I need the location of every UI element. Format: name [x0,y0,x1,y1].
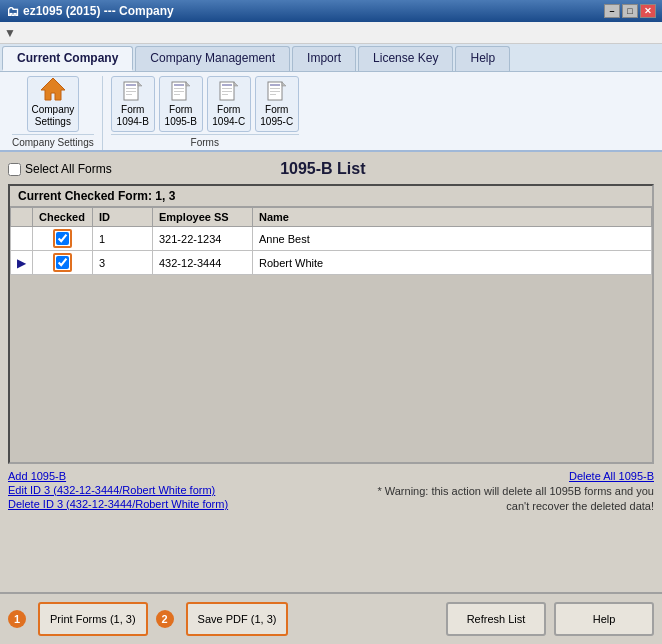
link-col-left-2: Edit ID 3 (432-12-3444/Robert White form… [8,484,228,510]
delete-all-link[interactable]: Delete All 1095-B [569,470,654,482]
svg-marker-24 [282,82,286,86]
svg-marker-0 [41,78,65,100]
edit-id3-link[interactable]: Edit ID 3 (432-12-3444/Robert White form… [8,484,228,496]
svg-marker-12 [186,82,190,86]
link-row-2: Edit ID 3 (432-12-3444/Robert White form… [8,484,654,515]
svg-rect-14 [222,84,232,86]
delete-id3-link[interactable]: Delete ID 3 (432-12-3444/Robert White fo… [8,498,228,510]
form-list-area: Current Checked Form: 1, 3 Checked ID Em… [8,184,654,464]
svg-rect-21 [270,88,280,89]
table-row[interactable]: ▶ 3 432-12-3444 Robert White [11,251,652,275]
tab-company-management[interactable]: Company Management [135,46,290,71]
house-icon [37,74,69,102]
bottom-links: Add 1095-B Delete All 1095-B Edit ID 3 (… [8,464,654,523]
list-title: 1095-B List [112,160,534,178]
form-1094b-button[interactable]: Form 1094-B [111,76,155,132]
svg-rect-16 [222,91,232,92]
svg-rect-15 [222,88,232,89]
link-row: Add 1095-B Delete All 1095-B [8,470,654,482]
badge-2: 2 [156,610,174,628]
warning-text: * Warning: this action will delete all 1… [374,484,654,515]
help-button[interactable]: Help [554,602,654,636]
refresh-list-button[interactable]: Refresh List [446,602,546,636]
forms-group-label: Forms [111,134,299,150]
link-col-right-2: * Warning: this action will delete all 1… [374,484,654,515]
company-settings-group: Company Settings Company Settings [4,76,103,150]
form-1095c-button[interactable]: Form 1095-C [255,76,299,132]
row-ss-2: 432-12-3444 [153,251,253,275]
svg-rect-20 [270,84,280,86]
svg-marker-6 [138,82,142,86]
company-settings-button[interactable]: Company Settings [27,76,79,132]
svg-rect-23 [270,94,276,95]
col-ss: Employee SS [153,208,253,227]
row-checked-2[interactable] [33,251,93,275]
svg-rect-17 [222,94,228,95]
app-icon: 🗂 [6,4,19,19]
title-text: ez1095 (2015) --- Company [23,4,174,18]
row-arrow-icon: ▶ [17,256,26,270]
svg-marker-18 [234,82,238,86]
form-1095c-label: Form 1095-C [260,104,293,128]
svg-rect-10 [174,91,184,92]
tab-current-company[interactable]: Current Company [2,46,133,71]
forms-buttons: Form 1094-B Form 1095-B [111,76,299,132]
form-1094b-label: Form 1094-B [117,104,149,128]
checked-form-label: Current Checked Form: 1, 3 [18,189,175,203]
row-ss-1: 321-22-1234 [153,227,253,251]
col-indicator [11,208,33,227]
ribbon-content: Company Settings Company Settings [0,71,662,150]
svg-rect-22 [270,91,280,92]
form-1095c-icon [265,80,289,104]
checkbox-row-1[interactable] [56,232,69,245]
save-pdf-button[interactable]: Save PDF (1, 3) [186,602,289,636]
select-all-label: Select All Forms [25,162,112,176]
company-settings-group-label: Company Settings [12,134,94,150]
svg-rect-8 [174,84,184,86]
col-id: ID [93,208,153,227]
tab-help[interactable]: Help [455,46,510,71]
col-name: Name [253,208,652,227]
col-checked: Checked [33,208,93,227]
quick-access-toolbar: ▼ [0,22,662,44]
main-content: Select All Forms 1095-B List Current Che… [0,152,662,644]
svg-rect-3 [126,88,136,89]
row-indicator-2: ▶ [11,251,33,275]
print-forms-button[interactable]: Print Forms (1, 3) [38,602,148,636]
maximize-button[interactable]: □ [622,4,638,18]
row-name-2: Robert White [253,251,652,275]
svg-rect-9 [174,88,184,89]
badge-1: 1 [8,610,26,628]
company-settings-label: Company Settings [31,104,74,128]
svg-rect-11 [174,94,180,95]
form-1095b-icon [169,80,193,104]
link-col-right: Delete All 1095-B [569,470,654,482]
add-1095b-link[interactable]: Add 1095-B [8,470,66,482]
select-all-checkbox[interactable] [8,163,21,176]
table-row[interactable]: 1 321-22-1234 Anne Best [11,227,652,251]
checked-form-header: Current Checked Form: 1, 3 [10,186,652,207]
tab-license-key[interactable]: License Key [358,46,453,71]
forms-group: Form 1094-B Form 1095-B [103,76,307,150]
tab-import[interactable]: Import [292,46,356,71]
form-1094c-button[interactable]: Form 1094-C [207,76,251,132]
checkbox-highlight-1 [53,229,72,248]
tabs-row: Current Company Company Management Impor… [0,44,662,71]
minimize-button[interactable]: – [604,4,620,18]
close-button[interactable]: ✕ [640,4,656,18]
row-id-1: 1 [93,227,153,251]
form-1095b-button[interactable]: Form 1095-B [159,76,203,132]
svg-rect-5 [126,94,132,95]
select-all-row: Select All Forms 1095-B List [8,160,654,178]
row-id-2: 3 [93,251,153,275]
title-bar: 🗂 ez1095 (2015) --- Company – □ ✕ [0,0,662,22]
form-table: Checked ID Employee SS Name 1 321-22-123… [10,207,652,275]
svg-rect-2 [126,84,136,86]
row-name-1: Anne Best [253,227,652,251]
row-indicator-1 [11,227,33,251]
quick-access-icon: ▼ [4,26,16,40]
checkbox-row-2[interactable] [56,256,69,269]
form-1094b-icon [121,80,145,104]
svg-rect-4 [126,91,136,92]
row-checked-1[interactable] [33,227,93,251]
